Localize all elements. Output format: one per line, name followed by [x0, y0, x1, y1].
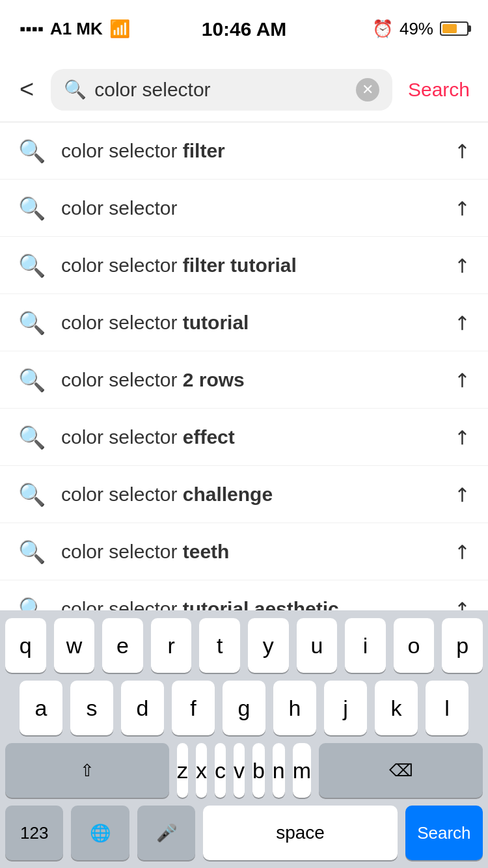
suggestion-item[interactable]: 🔍color selector challenge↗	[0, 466, 488, 523]
space-key[interactable]: space	[203, 806, 397, 860]
keyboard-row-2: asdfghjkl	[5, 681, 483, 735]
key-x[interactable]: x	[196, 743, 207, 798]
signal-icon: ▪▪▪▪	[20, 19, 44, 39]
num-key[interactable]: 123	[5, 806, 63, 860]
suggestions-list: 🔍color selector filter↗🔍color selector↗🔍…	[0, 122, 488, 638]
status-bar: ▪▪▪▪ A1 MK 📶 10:46 AM ⏰ 49%	[0, 0, 488, 57]
key-g[interactable]: g	[223, 681, 265, 735]
search-bar-icon: 🔍	[64, 79, 87, 100]
key-r[interactable]: r	[151, 618, 192, 673]
key-j[interactable]: j	[324, 681, 367, 735]
keyboard: qwertyuiop asdfghjkl ⇧ zxcvbnm ⌫ 123 🌐 🎤…	[0, 610, 488, 868]
key-b[interactable]: b	[252, 743, 265, 798]
suggestion-item[interactable]: 🔍color selector↗	[0, 180, 488, 237]
suggestion-text: color selector teeth	[61, 541, 454, 563]
search-action-button[interactable]: Search	[403, 79, 475, 101]
suggestion-search-icon: 🔍	[18, 310, 46, 336]
suggestion-search-icon: 🔍	[18, 138, 46, 164]
status-right: ⏰ 49%	[372, 19, 468, 39]
status-time: 10:46 AM	[202, 18, 287, 40]
suggestion-text: color selector challenge	[61, 483, 454, 506]
keyboard-bottom-row: 123 🌐 🎤 space Search	[5, 806, 483, 860]
suggestion-item[interactable]: 🔍color selector filter↗	[0, 122, 488, 180]
globe-key[interactable]: 🌐	[71, 806, 129, 860]
key-z[interactable]: z	[177, 743, 188, 798]
suggestion-text: color selector effect	[61, 426, 454, 448]
suggestion-text: color selector filter tutorial	[61, 254, 454, 277]
key-w[interactable]: w	[54, 618, 95, 673]
clear-button[interactable]: ✕	[356, 78, 379, 102]
search-keyboard-button[interactable]: Search	[405, 806, 483, 860]
suggestion-search-icon: 🔍	[18, 367, 46, 393]
keyboard-row-3: ⇧ zxcvbnm ⌫	[5, 743, 483, 798]
key-u[interactable]: u	[297, 618, 338, 673]
key-n[interactable]: n	[273, 743, 285, 798]
key-c[interactable]: c	[215, 743, 226, 798]
suggestion-search-icon: 🔍	[18, 424, 46, 450]
key-e[interactable]: e	[102, 618, 143, 673]
back-button[interactable]: <	[13, 69, 40, 110]
key-h[interactable]: h	[273, 681, 316, 735]
key-k[interactable]: k	[375, 681, 418, 735]
suggestion-item[interactable]: 🔍color selector effect↗	[0, 409, 488, 466]
delete-key[interactable]: ⌫	[319, 743, 483, 798]
key-t[interactable]: t	[199, 618, 240, 673]
battery-fill	[442, 24, 457, 33]
search-input[interactable]	[94, 79, 348, 101]
key-q[interactable]: q	[5, 618, 46, 673]
key-p[interactable]: p	[442, 618, 483, 673]
key-m[interactable]: m	[293, 743, 311, 798]
suggestion-text: color selector filter	[61, 140, 454, 162]
key-s[interactable]: s	[70, 681, 113, 735]
suggestion-text: color selector tutorial	[61, 312, 454, 334]
status-left: ▪▪▪▪ A1 MK 📶	[20, 19, 130, 39]
wifi-icon: 📶	[109, 19, 130, 39]
suggestion-search-icon: 🔍	[18, 195, 46, 221]
key-f[interactable]: f	[172, 681, 215, 735]
suggestion-item[interactable]: 🔍color selector tutorial↗	[0, 294, 488, 351]
key-a[interactable]: a	[20, 681, 62, 735]
mic-key[interactable]: 🎤	[137, 806, 195, 860]
suggestion-item[interactable]: 🔍color selector 2 rows↗	[0, 351, 488, 409]
battery-percent: 49%	[400, 19, 433, 39]
key-d[interactable]: d	[121, 681, 164, 735]
key-o[interactable]: o	[394, 618, 435, 673]
suggestion-search-icon: 🔍	[18, 252, 46, 278]
shift-key[interactable]: ⇧	[5, 743, 169, 798]
key-v[interactable]: v	[234, 743, 245, 798]
suggestion-search-icon: 🔍	[18, 481, 46, 508]
search-bar[interactable]: 🔍 ✕	[51, 69, 392, 111]
suggestion-item[interactable]: 🔍color selector teeth↗	[0, 523, 488, 580]
suggestion-text: color selector	[61, 197, 454, 219]
suggestion-text: color selector 2 rows	[61, 369, 454, 391]
alarm-icon: ⏰	[372, 19, 393, 39]
key-y[interactable]: y	[248, 618, 289, 673]
suggestion-item[interactable]: 🔍color selector filter tutorial↗	[0, 237, 488, 294]
suggestion-search-icon: 🔍	[18, 539, 46, 565]
carrier-name: A1 MK	[50, 19, 103, 39]
battery-icon	[440, 21, 468, 36]
key-l[interactable]: l	[426, 681, 468, 735]
search-header: < 🔍 ✕ Search	[0, 57, 488, 122]
key-i[interactable]: i	[345, 618, 386, 673]
keyboard-row-1: qwertyuiop	[5, 618, 483, 673]
